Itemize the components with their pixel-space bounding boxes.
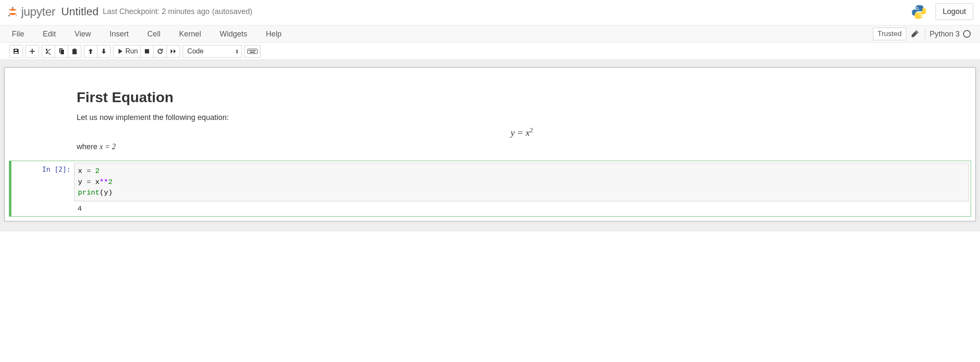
heading: First Equation (77, 89, 967, 106)
svg-rect-7 (251, 50, 252, 51)
notebook-name[interactable]: Untitled (61, 5, 99, 18)
where-text: where (77, 142, 100, 151)
tok: 2 (95, 167, 100, 175)
keyboard-icon (247, 49, 257, 54)
move-down-button[interactable] (97, 45, 111, 58)
tok: x (78, 167, 82, 175)
tok: y (78, 178, 82, 186)
paste-button[interactable] (68, 45, 81, 58)
run-icon (116, 48, 123, 55)
jupyter-logo-text: jupyter (21, 5, 55, 19)
code-body: x = 2 y = x**2 print(y) 4 (74, 163, 969, 213)
paragraph-where: where x = 2 (77, 142, 967, 151)
celltype-select[interactable]: Code ▴▾ (183, 45, 242, 58)
menu-edit[interactable]: Edit (33, 25, 65, 43)
menu-kernel[interactable]: Kernel (170, 25, 210, 43)
clipboard-group (42, 45, 81, 58)
code-cell-selected[interactable]: In [2]: x = 2 y = x**2 print(y) 4 (9, 161, 971, 217)
math-display: y = x2 (77, 126, 967, 138)
command-palette-button[interactable] (244, 45, 260, 58)
restart-button[interactable] (153, 45, 167, 58)
jupyter-logo[interactable]: jupyter (7, 5, 55, 19)
pencil-icon[interactable] (911, 30, 919, 38)
tok: print (78, 189, 100, 197)
menu-file[interactable]: File (7, 25, 33, 43)
menu-cell[interactable]: Cell (138, 25, 170, 43)
input-prompt: In [2]: (13, 163, 74, 213)
copy-icon (58, 48, 65, 55)
stop-icon (144, 48, 150, 55)
python-icon (911, 4, 927, 20)
interrupt-button[interactable] (140, 45, 154, 58)
checkpoint-status: Last Checkpoint: 2 minutes ago (103, 7, 210, 16)
restart-run-all-button[interactable] (166, 45, 180, 58)
svg-rect-9 (254, 50, 255, 51)
run-group: Run (113, 45, 180, 58)
jupyter-icon (7, 6, 19, 18)
arrow-up-icon (87, 48, 94, 55)
kernel-idle-indicator (963, 30, 971, 38)
run-label: Run (125, 47, 138, 55)
tok: x (95, 178, 100, 186)
celltype-value: Code (187, 47, 203, 55)
cut-button[interactable] (42, 45, 55, 58)
logout-button[interactable]: Logout (936, 3, 973, 20)
svg-rect-3 (145, 49, 149, 53)
svg-rect-5 (249, 50, 249, 51)
plus-icon (29, 48, 36, 55)
markdown-cell[interactable]: First Equation Let us now implement the … (9, 78, 971, 157)
notebook-scroll-area[interactable]: First Equation Let us now implement the … (0, 60, 980, 231)
menu-help[interactable]: Help (257, 25, 291, 43)
tok: ** (100, 178, 108, 186)
move-group (84, 45, 111, 58)
svg-rect-4 (248, 49, 257, 53)
svg-point-0 (12, 7, 14, 8)
move-up-button[interactable] (84, 45, 97, 58)
tok: (y) (100, 189, 113, 197)
tok: = (82, 167, 95, 175)
save-icon (13, 48, 19, 55)
copy-button[interactable] (55, 45, 68, 58)
paragraph: Let us now implement the following equat… (77, 113, 967, 122)
tok: = (82, 178, 95, 186)
menu-widgets[interactable]: Widgets (210, 25, 257, 43)
svg-rect-10 (255, 50, 256, 51)
trusted-indicator[interactable]: Trusted (873, 28, 906, 40)
tok: 2 (108, 178, 112, 186)
menu-view[interactable]: View (65, 25, 100, 43)
run-button[interactable]: Run (113, 45, 141, 58)
toolbar: Run Code ▴▾ (0, 43, 980, 60)
svg-rect-6 (250, 50, 251, 51)
arrow-down-icon (100, 48, 107, 55)
paste-icon (71, 48, 78, 55)
markdown-prompt (11, 80, 74, 156)
scissors-icon (45, 48, 52, 55)
select-arrows-icon: ▴▾ (236, 49, 238, 54)
notebook-header: jupyter Untitled Last Checkpoint: 2 minu… (0, 0, 980, 25)
markdown-body: First Equation Let us now implement the … (74, 80, 969, 156)
add-cell-button[interactable] (25, 45, 39, 58)
svg-point-2 (16, 15, 17, 16)
save-button[interactable] (9, 45, 23, 58)
equation-exponent: 2 (530, 126, 533, 134)
autosave-status: (autosaved) (212, 7, 252, 16)
svg-rect-11 (250, 52, 255, 53)
fast-forward-icon (170, 48, 177, 55)
divider (925, 29, 925, 39)
code-output: 4 (74, 201, 969, 213)
svg-point-1 (8, 15, 10, 17)
equation-base: y = x (510, 127, 529, 138)
menubar: File Edit View Insert Cell Kernel Widget… (0, 25, 980, 43)
code-input[interactable]: x = 2 y = x**2 print(y) (74, 163, 969, 201)
kernel-name[interactable]: Python 3 (930, 30, 960, 39)
where-math: x = 2 (100, 142, 116, 151)
restart-icon (157, 48, 163, 55)
notebook-container: First Equation Let us now implement the … (4, 67, 976, 221)
menu-insert[interactable]: Insert (100, 25, 138, 43)
svg-rect-8 (252, 50, 253, 51)
